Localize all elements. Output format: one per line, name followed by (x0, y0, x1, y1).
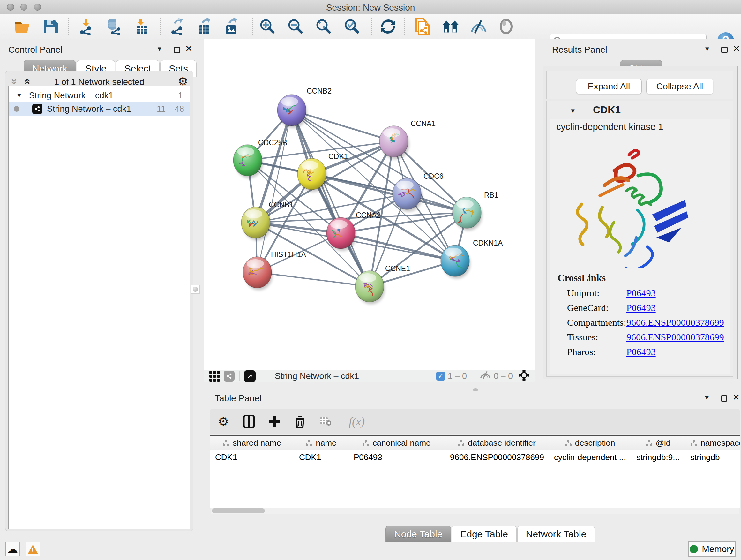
node-label: CDC6 (423, 172, 444, 180)
table-panel-float-icon[interactable] (721, 395, 727, 401)
string-home-icon[interactable] (442, 18, 459, 35)
delete-column-icon[interactable] (293, 415, 307, 428)
crosslink-label: GeneCard: (567, 302, 609, 313)
expand-all-button[interactable]: Expand All (576, 79, 642, 94)
entry-expander-icon[interactable]: ▼ (569, 107, 576, 115)
save-session-icon[interactable] (42, 18, 59, 35)
table-hscrollbar (211, 508, 739, 514)
table-panel-close-icon[interactable]: ✕ (732, 392, 740, 402)
horizontal-splitter-handle[interactable] (473, 388, 478, 391)
network-tree: ▼ String Network – cdk1 1 String Network… (8, 85, 190, 529)
table-cell[interactable]: stringdb (685, 450, 740, 464)
selected-counts: 1 – 0 (448, 371, 467, 381)
table-header-row: shared namenamecanonical namedatabase id… (210, 436, 740, 450)
table-tabs: Node TableEdge TableNetwork Table (386, 525, 596, 543)
function-builder-icon[interactable]: f(x) (344, 415, 369, 428)
network-node-count: 11 (157, 104, 165, 114)
tab-network-table[interactable]: Network Table (517, 525, 595, 543)
title-bar: Session: New Session (0, 0, 741, 14)
crosslink-link[interactable]: 9606.ENSP00000378699 (626, 332, 724, 343)
results-panel-menu-icon[interactable]: ▼ (704, 45, 711, 53)
results-panel-close-icon[interactable]: ✕ (733, 44, 740, 54)
table-panel-menu-icon[interactable]: ▼ (704, 394, 710, 401)
zoom-selected-icon[interactable] (344, 18, 360, 35)
network-canvas[interactable]: CCNB2CCNA1CDC25BCDK1CDC6RB1CCNB1CCNA2CDK… (204, 39, 536, 370)
cloud-status-button[interactable]: ☁ (5, 542, 20, 557)
memory-button[interactable]: Memory (688, 541, 736, 557)
birds-eye-view-icon[interactable] (209, 371, 220, 381)
tab-node-table[interactable]: Node Table (386, 525, 451, 543)
column-label: @id (656, 438, 671, 448)
table-hscrollbar-thumb[interactable] (212, 508, 265, 513)
column-header-namespace[interactable]: namespace (685, 436, 740, 450)
table-cell[interactable]: CDK1 (210, 450, 294, 464)
crosslink-link[interactable]: P06493 (626, 288, 656, 299)
node-label: HIST1H1A (271, 250, 307, 259)
toolbar-separator (475, 371, 475, 381)
toolbar-separator (371, 18, 372, 35)
open-session-icon[interactable] (14, 18, 30, 35)
control-panel-menu-icon[interactable]: ▼ (156, 45, 163, 53)
string-network-icon (32, 104, 43, 114)
left-splitter-handle[interactable] (191, 285, 200, 294)
network-collection-row[interactable]: ▼ String Network – cdk1 1 (9, 88, 190, 103)
apply-layout-icon[interactable] (380, 18, 396, 35)
column-header-shared-name[interactable]: shared name (210, 436, 294, 450)
control-panel-float-icon[interactable] (174, 47, 180, 53)
show-graphics-details-icon[interactable] (498, 18, 515, 35)
crosslink-link[interactable]: P06493 (626, 347, 656, 357)
table-cell[interactable]: CDK1 (294, 450, 348, 464)
collection-count: 1 (178, 91, 183, 101)
network-view-toolbar: String Network – cdk1 ✓ 1 – 0 0 – 0 (204, 370, 535, 382)
collapse-all-button[interactable]: Collapse All (646, 79, 713, 94)
table-cell[interactable]: cyclin-dependent ... (549, 450, 631, 464)
node-navigation-icon[interactable] (519, 370, 529, 383)
crosslink-row: GeneCard:P06493 (567, 302, 727, 313)
network-row-selected[interactable]: String Network – cdk1 11 48 (9, 102, 190, 116)
export-image-icon[interactable] (223, 18, 240, 35)
node-label: CCNA1 (411, 119, 435, 128)
collection-expander-icon[interactable]: ▼ (16, 92, 22, 99)
crosslink-label: Pharos: (567, 347, 596, 357)
node-label: CDKN1A (473, 239, 503, 247)
column-header-@id[interactable]: @id (631, 436, 685, 450)
cybrowser-document-icon[interactable] (414, 18, 430, 35)
node-label: CCNB2 (307, 87, 332, 95)
import-network-file-icon[interactable] (78, 18, 94, 35)
node-label: RB1 (484, 191, 498, 199)
hide-annotations-icon[interactable] (470, 18, 487, 35)
export-table-icon[interactable] (197, 18, 213, 35)
show-columns-icon[interactable] (242, 415, 256, 428)
import-table-file-icon[interactable] (133, 18, 150, 35)
network-label: String Network – cdk1 (47, 104, 131, 114)
column-header-description[interactable]: description (549, 436, 631, 450)
zoom-out-icon[interactable] (287, 18, 304, 35)
table-cell[interactable]: P06493 (348, 450, 445, 464)
crosslink-row: Uniprot:P06493 (567, 288, 727, 299)
add-column-icon[interactable] (267, 415, 281, 428)
zoom-fit-icon[interactable] (315, 18, 332, 35)
column-label: canonical name (373, 438, 430, 448)
crosslink-link[interactable]: 9606.ENSP00000378699 (626, 317, 724, 328)
table-cell[interactable]: stringdb:9... (631, 450, 685, 464)
open-in-window-icon[interactable] (244, 370, 256, 382)
column-header-name[interactable]: name (294, 436, 348, 450)
column-header-database-identifier[interactable]: database identifier (445, 436, 549, 450)
crosslink-row: Tissues:9606.ENSP00000378699 (567, 332, 727, 343)
warnings-button[interactable]: ! (25, 542, 40, 557)
tab-edge-table[interactable]: Edge Table (452, 525, 517, 543)
crosslink-link[interactable]: P06493 (626, 302, 656, 313)
import-network-database-icon[interactable] (105, 18, 122, 35)
toolbar-separator (239, 371, 240, 381)
export-network-icon[interactable] (169, 18, 186, 35)
control-panel-close-icon[interactable]: ✕ (185, 44, 192, 54)
selected-checkbox-icon[interactable]: ✓ (436, 372, 445, 381)
results-panel-float-icon[interactable] (721, 47, 728, 53)
table-cell[interactable]: 9606.ENSP00000378699 (445, 450, 549, 464)
node-label: CCNB1 (269, 200, 293, 209)
zoom-in-icon[interactable] (259, 18, 276, 35)
table-row[interactable]: CDK1CDK1P064939606.ENSP00000378699cyclin… (210, 450, 740, 464)
column-header-canonical-name[interactable]: canonical name (348, 436, 445, 450)
table-settings-gear-icon[interactable]: ⚙ (216, 415, 230, 428)
delete-table-icon[interactable] (319, 415, 333, 428)
